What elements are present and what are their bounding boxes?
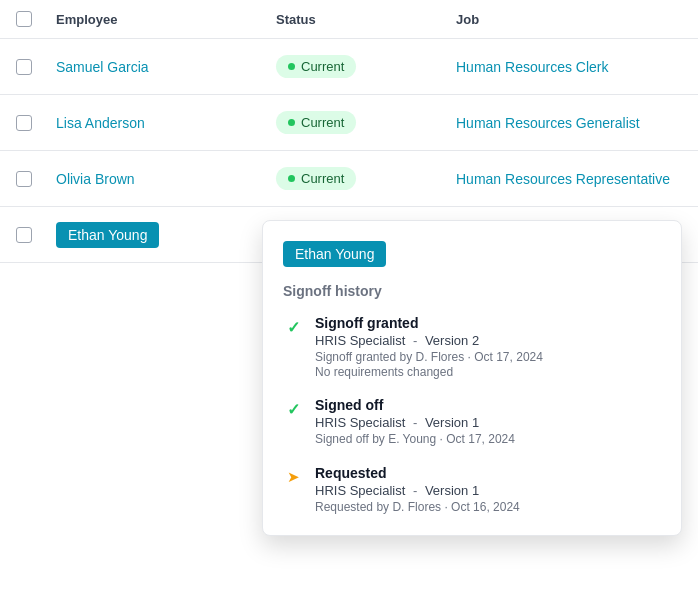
separator: - bbox=[413, 333, 417, 348]
row-checkbox[interactable] bbox=[16, 171, 32, 187]
status-dot-icon bbox=[288, 175, 295, 182]
status-dot-icon bbox=[288, 119, 295, 126]
signoff-item: ✓ Signoff granted HRIS Specialist - Vers… bbox=[283, 315, 661, 379]
signoff-meta: Signoff granted by D. Flores · Oct 17, 2… bbox=[315, 350, 543, 364]
role-text: HRIS Specialist bbox=[315, 483, 405, 498]
signoff-role-version: HRIS Specialist - Version 1 bbox=[315, 483, 520, 498]
signoff-item: ➤ Requested HRIS Specialist - Version 1 … bbox=[283, 465, 661, 515]
table-header: Employee Status Job bbox=[0, 0, 698, 39]
row-checkbox[interactable] bbox=[16, 227, 32, 243]
row-checkbox[interactable] bbox=[16, 115, 32, 131]
table-row: Lisa Anderson Current Human Resources Ge… bbox=[0, 95, 698, 151]
role-text: HRIS Specialist bbox=[315, 333, 405, 348]
signoff-role-version: HRIS Specialist - Version 1 bbox=[315, 415, 515, 430]
version-text: Version 1 bbox=[425, 483, 479, 498]
status-column-header: Status bbox=[276, 12, 316, 27]
employee-name-link[interactable]: Lisa Anderson bbox=[56, 115, 145, 131]
signoff-note: No requirements changed bbox=[315, 365, 543, 379]
signoff-item-content: Signed off HRIS Specialist - Version 1 S… bbox=[315, 397, 515, 447]
separator: - bbox=[413, 483, 417, 498]
signoff-history-title: Signoff history bbox=[283, 283, 661, 299]
job-link[interactable]: Human Resources Representative bbox=[456, 171, 670, 187]
signoff-action-label: Requested bbox=[315, 465, 520, 481]
version-text: Version 2 bbox=[425, 333, 479, 348]
arrow-icon: ➤ bbox=[283, 467, 303, 487]
employee-name-link[interactable]: Samuel Garcia bbox=[56, 59, 149, 75]
table-row: Samuel Garcia Current Human Resources Cl… bbox=[0, 39, 698, 95]
signoff-popup: Ethan Young Signoff history ✓ Signoff gr… bbox=[262, 220, 682, 536]
select-all-checkbox[interactable] bbox=[16, 11, 32, 27]
employee-name-badge[interactable]: Ethan Young bbox=[56, 222, 159, 248]
signoff-meta: Requested by D. Flores · Oct 16, 2024 bbox=[315, 500, 520, 514]
check-icon: ✓ bbox=[283, 317, 303, 337]
separator: - bbox=[413, 415, 417, 430]
employee-name-link[interactable]: Olivia Brown bbox=[56, 171, 135, 187]
status-badge: Current bbox=[276, 111, 356, 134]
employee-column-header: Employee bbox=[56, 12, 117, 27]
popup-header: Ethan Young bbox=[283, 241, 661, 267]
signoff-action-label: Signoff granted bbox=[315, 315, 543, 331]
signoff-meta: Signed off by E. Young · Oct 17, 2024 bbox=[315, 432, 515, 446]
table-row: Olivia Brown Current Human Resources Rep… bbox=[0, 151, 698, 207]
popup-name-badge[interactable]: Ethan Young bbox=[283, 241, 386, 267]
role-text: HRIS Specialist bbox=[315, 415, 405, 430]
signoff-item-content: Signoff granted HRIS Specialist - Versio… bbox=[315, 315, 543, 379]
version-text: Version 1 bbox=[425, 415, 479, 430]
status-label: Current bbox=[301, 171, 344, 186]
status-badge: Current bbox=[276, 55, 356, 78]
job-link[interactable]: Human Resources Clerk bbox=[456, 59, 609, 75]
row-checkbox[interactable] bbox=[16, 59, 32, 75]
job-link[interactable]: Human Resources Generalist bbox=[456, 115, 640, 131]
status-badge: Current bbox=[276, 167, 356, 190]
status-label: Current bbox=[301, 115, 344, 130]
job-column-header: Job bbox=[456, 12, 479, 27]
signoff-role-version: HRIS Specialist - Version 2 bbox=[315, 333, 543, 348]
signoff-item-content: Requested HRIS Specialist - Version 1 Re… bbox=[315, 465, 520, 515]
status-dot-icon bbox=[288, 63, 295, 70]
check-icon: ✓ bbox=[283, 399, 303, 419]
signoff-action-label: Signed off bbox=[315, 397, 515, 413]
status-label: Current bbox=[301, 59, 344, 74]
signoff-item: ✓ Signed off HRIS Specialist - Version 1… bbox=[283, 397, 661, 447]
